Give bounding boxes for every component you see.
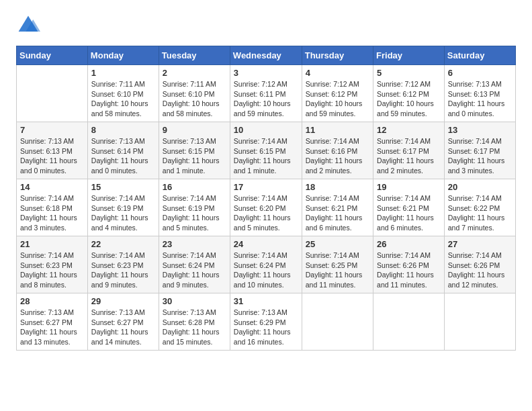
day-info: Sunrise: 7:13 AM Sunset: 6:15 PM Dayligh…	[163, 136, 226, 176]
day-number: 30	[163, 296, 226, 306]
day-number: 3	[234, 68, 298, 78]
day-number: 21	[20, 239, 84, 249]
daylight-text: Daylight: 11 hours and 8 minutes.	[20, 270, 84, 289]
day-info: Sunrise: 7:14 AM Sunset: 6:19 PM Dayligh…	[163, 193, 226, 233]
daylight-text: Daylight: 11 hours and 0 minutes.	[20, 156, 84, 175]
day-info: Sunrise: 7:12 AM Sunset: 6:12 PM Dayligh…	[377, 79, 441, 119]
sunset-text: Sunset: 6:11 PM	[234, 89, 298, 99]
col-header-thursday: Thursday	[302, 46, 373, 65]
day-info: Sunrise: 7:11 AM Sunset: 6:10 PM Dayligh…	[91, 79, 155, 119]
day-info: Sunrise: 7:14 AM Sunset: 6:23 PM Dayligh…	[20, 250, 84, 290]
sunrise-text: Sunrise: 7:14 AM	[306, 193, 369, 203]
sunset-text: Sunset: 6:24 PM	[234, 261, 298, 271]
calendar-cell: 9 Sunrise: 7:13 AM Sunset: 6:15 PM Dayli…	[159, 122, 230, 179]
sunset-text: Sunset: 6:24 PM	[163, 261, 226, 271]
calendar-cell: 26 Sunrise: 7:14 AM Sunset: 6:26 PM Dayl…	[373, 236, 445, 293]
sunrise-text: Sunrise: 7:14 AM	[234, 193, 298, 203]
daylight-text: Daylight: 11 hours and 6 minutes.	[306, 213, 369, 232]
calendar-cell: 11 Sunrise: 7:14 AM Sunset: 6:16 PM Dayl…	[302, 122, 373, 179]
day-number: 1	[91, 68, 155, 78]
daylight-text: Daylight: 11 hours and 9 minutes.	[91, 270, 155, 289]
day-number: 19	[377, 182, 441, 192]
sunset-text: Sunset: 6:27 PM	[20, 318, 84, 328]
daylight-text: Daylight: 11 hours and 10 minutes.	[234, 270, 298, 289]
day-info: Sunrise: 7:14 AM Sunset: 6:16 PM Dayligh…	[306, 136, 369, 176]
sunset-text: Sunset: 6:12 PM	[377, 89, 441, 99]
day-info: Sunrise: 7:12 AM Sunset: 6:11 PM Dayligh…	[234, 79, 298, 119]
col-header-friday: Friday	[373, 46, 445, 65]
daylight-text: Daylight: 11 hours and 11 minutes.	[306, 270, 369, 289]
sunrise-text: Sunrise: 7:14 AM	[91, 193, 155, 203]
calendar-week-row: 1 Sunrise: 7:11 AM Sunset: 6:10 PM Dayli…	[17, 65, 516, 122]
daylight-text: Daylight: 11 hours and 5 minutes.	[234, 213, 298, 232]
day-info: Sunrise: 7:14 AM Sunset: 6:18 PM Dayligh…	[20, 193, 84, 233]
day-info: Sunrise: 7:13 AM Sunset: 6:13 PM Dayligh…	[20, 136, 84, 176]
calendar-week-row: 7 Sunrise: 7:13 AM Sunset: 6:13 PM Dayli…	[17, 122, 516, 179]
day-info: Sunrise: 7:14 AM Sunset: 6:17 PM Dayligh…	[377, 136, 441, 176]
calendar-cell: 14 Sunrise: 7:14 AM Sunset: 6:18 PM Dayl…	[17, 179, 88, 236]
sunset-text: Sunset: 6:26 PM	[377, 261, 441, 271]
calendar-cell	[444, 293, 515, 351]
daylight-text: Daylight: 11 hours and 4 minutes.	[91, 213, 155, 232]
sunrise-text: Sunrise: 7:14 AM	[306, 250, 369, 261]
day-number: 18	[306, 182, 369, 192]
day-info: Sunrise: 7:14 AM Sunset: 6:25 PM Dayligh…	[306, 250, 369, 290]
sunrise-text: Sunrise: 7:14 AM	[306, 136, 369, 146]
calendar-cell: 31 Sunrise: 7:13 AM Sunset: 6:29 PM Dayl…	[230, 293, 302, 351]
daylight-text: Daylight: 11 hours and 5 minutes.	[163, 213, 226, 232]
calendar-cell: 25 Sunrise: 7:14 AM Sunset: 6:25 PM Dayl…	[302, 236, 373, 293]
sunrise-text: Sunrise: 7:13 AM	[20, 136, 84, 146]
calendar-cell: 6 Sunrise: 7:13 AM Sunset: 6:13 PM Dayli…	[444, 65, 515, 122]
daylight-text: Daylight: 11 hours and 3 minutes.	[448, 156, 512, 175]
calendar-cell: 22 Sunrise: 7:14 AM Sunset: 6:23 PM Dayl…	[87, 236, 159, 293]
day-number: 8	[91, 125, 155, 135]
calendar-cell: 21 Sunrise: 7:14 AM Sunset: 6:23 PM Dayl…	[17, 236, 88, 293]
sunset-text: Sunset: 6:15 PM	[163, 146, 226, 156]
day-number: 20	[448, 182, 512, 192]
calendar-cell	[17, 65, 88, 122]
day-info: Sunrise: 7:14 AM Sunset: 6:20 PM Dayligh…	[234, 193, 298, 233]
day-info: Sunrise: 7:13 AM Sunset: 6:27 PM Dayligh…	[20, 308, 84, 347]
logo	[16, 13, 44, 38]
sunrise-text: Sunrise: 7:12 AM	[306, 79, 369, 89]
day-number: 29	[91, 296, 155, 306]
sunrise-text: Sunrise: 7:13 AM	[163, 308, 226, 318]
daylight-text: Daylight: 11 hours and 16 minutes.	[234, 327, 298, 347]
day-number: 31	[234, 296, 298, 306]
calendar-cell: 12 Sunrise: 7:14 AM Sunset: 6:17 PM Dayl…	[373, 122, 445, 179]
daylight-text: Daylight: 10 hours and 59 minutes.	[234, 99, 298, 118]
daylight-text: Daylight: 11 hours and 2 minutes.	[377, 156, 441, 175]
calendar-cell: 5 Sunrise: 7:12 AM Sunset: 6:12 PM Dayli…	[373, 65, 445, 122]
day-info: Sunrise: 7:14 AM Sunset: 6:19 PM Dayligh…	[91, 193, 155, 233]
day-info: Sunrise: 7:13 AM Sunset: 6:27 PM Dayligh…	[91, 308, 155, 347]
sunrise-text: Sunrise: 7:13 AM	[91, 136, 155, 146]
sunset-text: Sunset: 6:14 PM	[91, 146, 155, 156]
calendar-cell: 17 Sunrise: 7:14 AM Sunset: 6:20 PM Dayl…	[230, 179, 302, 236]
day-number: 25	[306, 239, 369, 249]
calendar-cell: 3 Sunrise: 7:12 AM Sunset: 6:11 PM Dayli…	[230, 65, 302, 122]
day-info: Sunrise: 7:14 AM Sunset: 6:22 PM Dayligh…	[448, 193, 512, 233]
sunset-text: Sunset: 6:21 PM	[306, 203, 369, 214]
page-container: SundayMondayTuesdayWednesdayThursdayFrid…	[16, 13, 516, 351]
day-info: Sunrise: 7:13 AM Sunset: 6:29 PM Dayligh…	[234, 308, 298, 347]
day-number: 10	[234, 125, 298, 135]
sunset-text: Sunset: 6:16 PM	[306, 146, 369, 156]
daylight-text: Daylight: 11 hours and 1 minute.	[163, 156, 226, 175]
calendar-table: SundayMondayTuesdayWednesdayThursdayFrid…	[16, 46, 516, 351]
sunset-text: Sunset: 6:23 PM	[91, 261, 155, 271]
sunset-text: Sunset: 6:13 PM	[20, 146, 84, 156]
header	[16, 13, 516, 38]
sunset-text: Sunset: 6:27 PM	[91, 318, 155, 328]
sunset-text: Sunset: 6:23 PM	[20, 261, 84, 271]
day-info: Sunrise: 7:13 AM Sunset: 6:28 PM Dayligh…	[163, 308, 226, 347]
day-number: 4	[306, 68, 369, 78]
day-number: 26	[377, 239, 441, 249]
calendar-week-row: 28 Sunrise: 7:13 AM Sunset: 6:27 PM Dayl…	[17, 293, 516, 351]
calendar-cell: 28 Sunrise: 7:13 AM Sunset: 6:27 PM Dayl…	[17, 293, 88, 351]
calendar-cell: 29 Sunrise: 7:13 AM Sunset: 6:27 PM Dayl…	[87, 293, 159, 351]
daylight-text: Daylight: 11 hours and 1 minute.	[234, 156, 298, 175]
sunset-text: Sunset: 6:22 PM	[448, 203, 512, 214]
sunrise-text: Sunrise: 7:14 AM	[20, 193, 84, 203]
sunrise-text: Sunrise: 7:14 AM	[163, 250, 226, 261]
daylight-text: Daylight: 11 hours and 12 minutes.	[448, 270, 512, 289]
